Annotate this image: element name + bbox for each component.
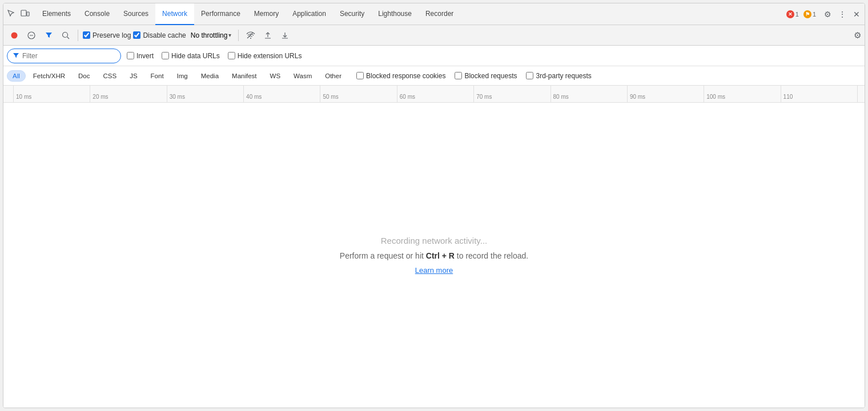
type-filter-checkbox-3rd-party-requests[interactable] (526, 72, 533, 79)
type-btn-js[interactable]: JS (124, 70, 143, 82)
type-filter-check-label-text: Blocked requests (464, 72, 517, 80)
type-btn-doc[interactable]: Doc (73, 70, 95, 82)
type-filter-check-label-text: Blocked response cookies (366, 72, 445, 80)
tab-item-memory[interactable]: Memory (247, 3, 286, 25)
type-btn-ws[interactable]: WS (264, 70, 287, 82)
timeline-ticks: 10 ms20 ms30 ms40 ms50 ms60 ms70 ms80 ms… (14, 86, 858, 102)
toolbar-divider-2 (238, 30, 239, 41)
type-btn-wasm[interactable]: Wasm (288, 70, 318, 82)
network-settings-icon[interactable]: ⚙ (854, 30, 861, 41)
tab-item-elements[interactable]: Elements (35, 3, 78, 25)
network-conditions-button[interactable] (243, 28, 258, 43)
svg-point-2 (11, 32, 18, 38)
tab-item-security[interactable]: Security (333, 3, 371, 25)
disable-cache-text: Disable cache (143, 31, 186, 39)
invert-checkbox[interactable] (127, 52, 134, 59)
tab-item-recorder[interactable]: Recorder (419, 3, 460, 25)
type-filter-checkbox-blocked-requests[interactable] (455, 72, 462, 79)
type-btn-manifest[interactable]: Manifest (226, 70, 262, 82)
type-filter-row: AllFetch/XHRDocCSSJSFontImgMediaManifest… (3, 66, 865, 86)
type-filter-check-3rd-party-requests[interactable]: 3rd-party requests (526, 72, 591, 80)
tab-item-sources[interactable]: Sources (116, 3, 155, 25)
preserve-log-checkbox[interactable] (83, 31, 90, 39)
recording-text: Recording network activity... (381, 236, 487, 245)
toggle-device-icon[interactable] (19, 8, 31, 20)
tab-list: ElementsConsoleSourcesNetworkPerformance… (35, 3, 460, 25)
svg-point-5 (63, 32, 68, 37)
throttle-dropdown-arrow: ▾ (228, 32, 231, 38)
instruction-shortcut: Ctrl + R (426, 251, 455, 260)
type-btn-other[interactable]: Other (319, 70, 347, 82)
timeline-tick: 110 (781, 86, 858, 102)
type-btn-fetch/xhr[interactable]: Fetch/XHR (27, 70, 71, 82)
search-button[interactable] (58, 28, 73, 43)
select-element-icon[interactable] (6, 8, 16, 20)
orange-error-icon: ⚑ (803, 10, 811, 18)
timeline-tick: 30 ms (167, 86, 244, 102)
toolbar: Preserve log Disable cache No throttling… (3, 25, 865, 46)
timeline-tick: 20 ms (90, 86, 167, 102)
timeline-tick: 80 ms (551, 86, 628, 102)
hide-ext-urls-label[interactable]: Hide extension URLs (228, 52, 302, 60)
error-badge-red[interactable]: ✕ 1 (786, 10, 799, 18)
type-btn-media[interactable]: Media (195, 70, 224, 82)
tab-item-lighthouse[interactable]: Lighthouse (371, 3, 419, 25)
timeline-header: 10 ms20 ms30 ms40 ms50 ms60 ms70 ms80 ms… (3, 86, 865, 103)
type-filter-checkbox-blocked-response-cookies[interactable] (356, 72, 364, 79)
preserve-log-label[interactable]: Preserve log (83, 31, 131, 39)
filter-toggle-button[interactable] (41, 28, 56, 43)
content-area: Recording network activity... Perform a … (3, 103, 865, 408)
clear-button[interactable] (24, 28, 39, 43)
type-btn-font[interactable]: Font (145, 70, 170, 82)
timeline-tick: 60 ms (397, 86, 474, 102)
type-btn-img[interactable]: Img (171, 70, 194, 82)
timeline-left-col (3, 86, 14, 102)
type-btn-all[interactable]: All (7, 70, 26, 82)
error-badge-orange[interactable]: ⚑ 1 (803, 10, 816, 18)
svg-point-7 (250, 38, 251, 39)
toolbar-right: ⚙ (854, 30, 861, 41)
tab-item-application[interactable]: Application (286, 3, 333, 25)
tab-item-network[interactable]: Network (155, 3, 194, 25)
invert-filter-label[interactable]: Invert (127, 52, 154, 60)
instruction-suffix: to record the reload. (455, 251, 528, 260)
more-options-icon[interactable]: ⋮ (836, 7, 849, 21)
learn-more-link[interactable]: Learn more (415, 266, 453, 275)
tab-item-performance[interactable]: Performance (194, 3, 247, 25)
timeline-tick: 10 ms (14, 86, 90, 102)
settings-icon[interactable]: ⚙ (822, 7, 834, 21)
type-filter-check-label-text: 3rd-party requests (536, 72, 591, 80)
toolbar-divider-1 (78, 30, 78, 41)
filter-input-wrap[interactable] (7, 49, 121, 63)
tab-item-console[interactable]: Console (78, 3, 116, 25)
svg-line-6 (67, 37, 70, 39)
disable-cache-checkbox[interactable] (133, 31, 140, 39)
filter-funnel-icon (13, 53, 19, 59)
disable-cache-label[interactable]: Disable cache (133, 31, 186, 39)
hide-data-urls-label[interactable]: Hide data URLs (162, 52, 220, 60)
type-filter-checks: Blocked response cookiesBlocked requests… (356, 72, 592, 80)
invert-label-text: Invert (136, 52, 154, 60)
timeline-tick: 70 ms (474, 86, 550, 102)
hide-data-urls-checkbox[interactable] (162, 52, 169, 59)
record-stop-button[interactable] (7, 28, 22, 43)
close-icon[interactable]: ✕ (851, 7, 862, 21)
hide-ext-urls-text: Hide extension URLs (238, 52, 302, 60)
type-btn-css[interactable]: CSS (97, 70, 122, 82)
type-filter-check-blocked-response-cookies[interactable]: Blocked response cookies (356, 72, 445, 80)
throttle-label: No throttling (191, 31, 228, 39)
red-error-icon: ✕ (786, 10, 794, 18)
throttle-dropdown[interactable]: No throttling ▾ (188, 30, 234, 41)
instruction-prefix: Perform a request or hit (340, 251, 426, 260)
import-har-button[interactable] (260, 28, 275, 43)
hide-data-urls-text: Hide data URLs (171, 52, 220, 60)
export-har-button[interactable] (278, 28, 292, 43)
filter-input[interactable] (22, 52, 108, 60)
instruction-text: Perform a request or hit Ctrl + R to rec… (340, 251, 528, 260)
timeline-tick: 100 ms (704, 86, 781, 102)
type-filter-check-blocked-requests[interactable]: Blocked requests (455, 72, 517, 80)
filter-row: Invert Hide data URLs Hide extension URL… (3, 46, 865, 66)
tab-bar-icons (6, 8, 31, 20)
tab-bar-right: ✕ 1 ⚑ 1 ⚙ ⋮ ✕ (786, 7, 862, 21)
hide-ext-urls-checkbox[interactable] (228, 52, 235, 59)
